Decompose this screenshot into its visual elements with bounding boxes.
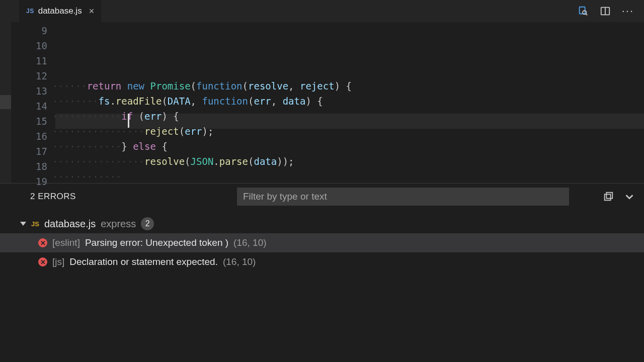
js-icon: JS	[31, 220, 39, 228]
line-number: 14	[11, 99, 47, 114]
problems-header: 2 ERRORS	[0, 183, 644, 209]
svg-line-2	[586, 14, 587, 16]
problems-count-badge: 2	[141, 217, 154, 230]
activity-selection	[0, 95, 11, 109]
text-cursor	[128, 114, 129, 128]
code-area[interactable]: ······return new Promise(function(resolv…	[52, 22, 644, 183]
problem-item[interactable]: ✕ [eslint] Parsing error: Unexpected tok…	[0, 233, 644, 252]
more-icon[interactable]: ···	[622, 6, 634, 17]
line-number: 9	[11, 23, 47, 38]
line-number: 15	[11, 114, 47, 129]
chevron-down-icon[interactable]	[624, 191, 635, 202]
code-editor[interactable]: 910111213141516171819 ······return new P…	[0, 22, 644, 183]
line-number: 13	[11, 83, 47, 99]
line-number: 17	[11, 144, 47, 159]
preview-search-icon[interactable]	[578, 6, 589, 17]
editor-actions: ···	[578, 6, 644, 17]
split-editor-icon[interactable]	[600, 6, 611, 17]
line-number: 18	[11, 159, 47, 174]
problem-item[interactable]: ✕ [js] Declaration or statement expected…	[0, 252, 644, 272]
svg-rect-6	[606, 192, 612, 198]
problem-source: [eslint]	[52, 237, 80, 248]
editor-tab[interactable]: JS database.js ×	[19, 0, 101, 22]
line-number: 19	[11, 174, 47, 189]
line-number: 16	[11, 129, 47, 144]
problem-message: Declaration or statement expected.	[69, 256, 218, 267]
tab-title: database.js	[38, 6, 82, 16]
code-line[interactable]: ············} else {	[52, 139, 644, 154]
line-gutter: 910111213141516171819	[11, 22, 52, 183]
problem-location: (16, 10)	[223, 256, 256, 267]
problems-file-row[interactable]: JS database.js express 2	[0, 214, 644, 233]
code-line[interactable]: ········fs.readFile(DATA, function(err, …	[52, 94, 644, 109]
caret-down-icon	[20, 222, 26, 226]
error-icon: ✕	[38, 257, 47, 266]
line-number: 10	[11, 38, 47, 53]
close-icon[interactable]: ×	[89, 6, 95, 17]
line-number: 11	[11, 53, 47, 68]
code-line[interactable]: ······return new Promise(function(resolv…	[52, 78, 644, 94]
code-line[interactable]: ············	[52, 169, 644, 183]
error-icon: ✕	[38, 238, 47, 247]
problem-location: (16, 10)	[233, 237, 266, 248]
problems-list: JS database.js express 2 ✕ [eslint] Pars…	[0, 209, 644, 272]
collapse-all-icon[interactable]	[603, 191, 614, 202]
line-number: 12	[11, 68, 47, 83]
problems-file-folder: express	[101, 218, 136, 230]
problems-filter-input[interactable]	[237, 188, 569, 206]
problems-file-name: database.js	[44, 218, 96, 230]
code-line[interactable]: ················resolve(JSON.parse(data)…	[52, 154, 644, 169]
svg-rect-5	[605, 194, 611, 200]
problems-title: 2 ERRORS	[30, 192, 76, 202]
problem-source: [js]	[52, 256, 64, 267]
problem-message: Parsing error: Unexpected token )	[85, 237, 228, 248]
js-icon: JS	[26, 8, 34, 15]
tab-bar: JS database.js × ···	[0, 0, 644, 22]
